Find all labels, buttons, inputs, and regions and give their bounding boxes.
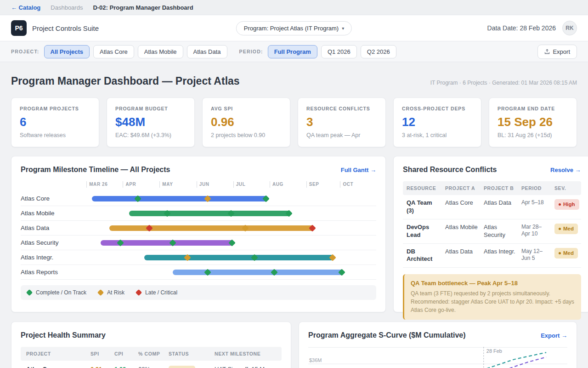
kpi-value: 0.96	[211, 115, 282, 129]
gantt-bar[interactable]	[92, 196, 268, 201]
filter-project-atlas-core[interactable]: Atlas Core	[93, 45, 134, 58]
kpi-subtext: Software releases	[20, 132, 90, 138]
gantt-row-label: Atlas Integr.	[21, 254, 85, 261]
export-button[interactable]: Export	[537, 45, 577, 59]
filter-project-all-projects[interactable]: All Projects	[44, 45, 90, 58]
kpi-label: PROGRAM END DATE	[498, 106, 568, 111]
severity-dot-icon	[559, 203, 561, 206]
gantt-bar[interactable]	[144, 255, 335, 260]
project-health-panel: Project Health Summary PROJECTSPICPI% CO…	[11, 322, 291, 368]
axis-month-label: APR	[123, 181, 136, 188]
alert-body: QA team (3 FTE) requested by 2 projects …	[411, 289, 575, 314]
filter-period-q2-2026[interactable]: Q2 2026	[361, 45, 396, 58]
conflict-project-a: Atlas Mobile	[441, 219, 480, 243]
back-to-catalog-link[interactable]: ← Catalog	[11, 4, 40, 11]
app-logo: P6	[11, 20, 27, 36]
breadcrumb: ← Catalog Dashboards D-02: Program Manag…	[0, 0, 588, 15]
gantt-bar[interactable]	[129, 211, 291, 216]
kpi-value: 3	[306, 115, 377, 129]
conflict-severity: Med	[551, 219, 581, 243]
qa-bottleneck-alert: QA Team bottleneck — Peak Apr 5–18 QA te…	[403, 274, 581, 320]
legend-item-late: Late / Critical	[136, 289, 177, 296]
gantt-row-atlas-reports: Atlas Reports	[21, 265, 376, 280]
health-col-cpi: CPI	[109, 347, 133, 361]
program-selector-label: Program: Project Atlas (IT Program)	[244, 25, 339, 32]
kpi-row: PROGRAM PROJECTS6Software releasesPROGRA…	[11, 98, 577, 147]
health-cpi: 1.02	[109, 361, 133, 368]
health-col-spi: SPI	[85, 347, 109, 361]
gantt-month-axis: MAR 26APRMAYJUNJULAUGSEPOCT	[85, 181, 376, 190]
conflict-period: Apr 5–18	[518, 195, 551, 219]
gantt-row-label: Atlas Core	[21, 195, 85, 202]
severity-text: Med	[563, 250, 574, 257]
conflict-row: QA Team (3)Atlas CoreAtlas DataApr 5–18H…	[403, 195, 581, 219]
severity-dot-icon	[559, 228, 561, 230]
conflict-period: May 12–Jun 5	[518, 244, 551, 268]
conflict-project-b: Atlas Integr.	[480, 244, 518, 268]
axis-month-label: JUN	[197, 181, 209, 188]
gantt-bar[interactable]	[173, 270, 344, 275]
conflicts-col-resource: RESOURCE	[403, 181, 441, 195]
resolve-link[interactable]: Resolve →	[550, 167, 581, 173]
gantt-row-label: Atlas Data	[21, 224, 85, 231]
kpi-subtext: EAC: $49.6M (+3.3%)	[115, 132, 186, 138]
health-col-project: PROJECT	[21, 347, 85, 361]
scurve-series-2	[354, 357, 547, 368]
health-status: At Risk	[163, 361, 209, 368]
conflict-severity: High	[551, 195, 581, 219]
axis-month-label: OCT	[340, 181, 353, 188]
kpi-card-program-projects: PROGRAM PROJECTS6Software releases	[11, 98, 99, 147]
conflict-resource: QA Team (3)	[403, 195, 441, 219]
full-gantt-link[interactable]: Full Gantt →	[341, 167, 376, 173]
gantt-row-label: Atlas Security	[21, 239, 85, 246]
conflicts-col-project-a: PROJECT A	[441, 181, 480, 195]
kpi-value: 12	[402, 115, 473, 129]
health-status-badge: At Risk	[169, 366, 195, 368]
chevron-down-icon: ▾	[342, 26, 344, 31]
filter-project-atlas-mobile[interactable]: Atlas Mobile	[138, 45, 183, 58]
conflict-resource: DB Architect	[403, 244, 441, 268]
app-name: Project Controls Suite	[32, 24, 99, 32]
severity-text: High	[563, 201, 575, 208]
avatar[interactable]: RK	[562, 21, 577, 35]
milestone-timeline-panel: Program Milestone Timeline — All Project…	[11, 156, 386, 312]
health-table-body: Atlas Core0.911.0268%At RiskUAT Sign-off…	[21, 361, 282, 368]
timeline-title: Program Milestone Timeline — All Project…	[21, 166, 170, 174]
gantt-row-atlas-data: Atlas Data	[21, 221, 376, 236]
breadcrumb-dashboards[interactable]: Dashboards	[51, 4, 83, 11]
kpi-subtext: 3 at-risk, 1 critical	[402, 132, 473, 138]
conflict-project-a: Atlas Data	[441, 244, 480, 268]
conflict-severity: Med	[551, 244, 581, 268]
filter-period-q1-2026[interactable]: Q1 2026	[321, 45, 357, 58]
scurve-title: Program Aggregate S-Curve ($M Cumulative…	[308, 331, 466, 339]
gantt-row-atlas-core: Atlas Core	[21, 191, 376, 206]
kpi-label: AVG SPI	[211, 106, 282, 111]
conflict-project-a: Atlas Core	[441, 195, 480, 219]
page-meta: IT Program · 6 Projects · Generated: 01 …	[430, 80, 577, 86]
severity-badge: High	[554, 199, 579, 210]
health-next-milestone: UAT Sign-off: 15 Mar	[209, 361, 282, 368]
conflicts-table-header: RESOURCEPROJECT APROJECT BPERIODSEV.	[403, 181, 581, 195]
filter-period-full-program[interactable]: Full Program	[268, 45, 317, 58]
filter-bar: PROJECT: All ProjectsAtlas CoreAtlas Mob…	[0, 41, 588, 62]
health-col-status: STATUS	[163, 347, 209, 361]
severity-text: Med	[563, 225, 574, 232]
filter-project-atlas-data[interactable]: Atlas Data	[187, 45, 227, 58]
conflicts-col-period: PERIOD	[518, 181, 551, 195]
scurve-export-link[interactable]: Export →	[541, 332, 567, 339]
kpi-label: PROGRAM PROJECTS	[20, 106, 90, 111]
program-selector[interactable]: Program: Project Atlas (IT Program) ▾	[236, 21, 352, 35]
gantt-row-atlas-integr: Atlas Integr.	[21, 250, 376, 265]
axis-month-label: MAY	[159, 181, 173, 188]
project-filter-group: All ProjectsAtlas CoreAtlas MobileAtlas …	[44, 45, 227, 58]
gantt-bar[interactable]	[109, 225, 315, 231]
scurve-chart: $36M28 Feb	[308, 347, 567, 368]
kpi-card-program-budget: PROGRAM BUDGET$48MEAC: $49.6M (+3.3%)	[107, 98, 195, 147]
kpi-card-cross-project-deps: CROSS-PROJECT DEPS123 at-risk, 1 critica…	[393, 98, 481, 147]
resource-conflicts-panel: Shared Resource Conflicts Resolve → RESO…	[393, 156, 588, 312]
brand: P6 Project Controls Suite	[11, 20, 99, 36]
export-icon	[544, 49, 550, 54]
legend-label: Late / Critical	[145, 289, 177, 296]
conflict-resource: DevOps Lead	[403, 219, 441, 243]
breadcrumb-current: D-02: Program Manager Dashboard	[93, 4, 193, 11]
